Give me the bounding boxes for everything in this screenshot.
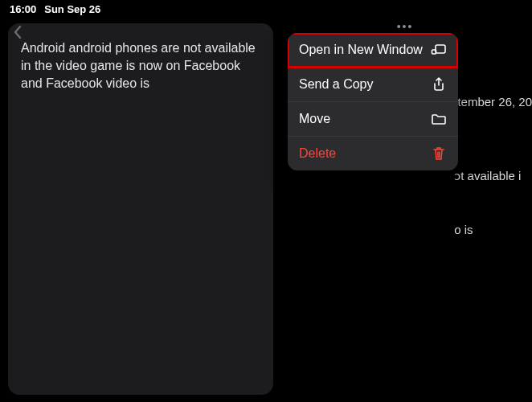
svg-rect-0 — [436, 45, 445, 53]
menu-open-new-window-label: Open in New Window — [299, 43, 423, 57]
menu-send-copy-label: Send a Copy — [299, 77, 374, 92]
menu-move-label: Move — [299, 112, 330, 126]
menu-move[interactable]: Move — [288, 102, 458, 137]
note-preview-card[interactable]: Android android phones are not available… — [8, 23, 273, 395]
context-menu: Open in New Window Send a Copy — [288, 33, 458, 170]
menu-send-copy[interactable]: Send a Copy — [288, 68, 458, 102]
new-window-icon — [431, 43, 447, 57]
more-ellipsis-icon[interactable]: ••• — [278, 20, 532, 33]
status-bar: 16:00 Sun Sep 26 — [0, 0, 532, 17]
folder-icon — [431, 112, 447, 126]
menu-delete[interactable]: Delete — [288, 137, 458, 170]
left-pane: Android android phones are not available… — [0, 17, 278, 401]
trash-icon — [431, 146, 447, 161]
status-date: Sun Sep 26 — [44, 3, 100, 15]
status-time: 16:00 — [10, 3, 36, 15]
share-icon — [431, 77, 447, 92]
detail-line-2: ɔt available i — [454, 167, 532, 186]
back-chevron-icon[interactable] — [13, 25, 23, 43]
note-detail-partial: ıtember 26, 20 ɔt available i o is — [454, 57, 532, 276]
note-preview-text: Android android phones are not available… — [21, 39, 260, 92]
menu-delete-label: Delete — [299, 146, 336, 161]
right-pane: ••• ıtember 26, 20 ɔt available i o is O… — [278, 17, 532, 401]
menu-open-new-window[interactable]: Open in New Window — [288, 33, 458, 68]
detail-line-3: o is — [454, 221, 532, 240]
svg-rect-1 — [432, 50, 436, 54]
detail-line-1: ıtember 26, 20 — [454, 93, 532, 112]
